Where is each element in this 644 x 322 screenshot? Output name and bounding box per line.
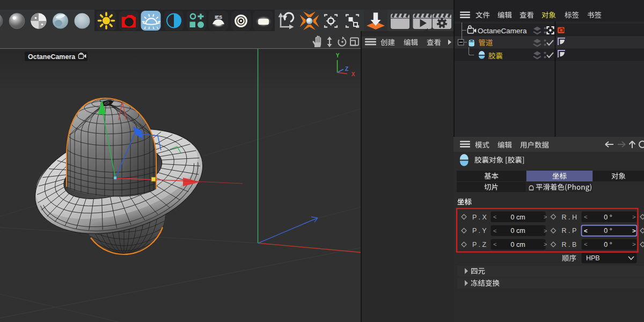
svg-text:P . Z: P . Z (472, 241, 487, 248)
svg-text:R . P: R . P (562, 227, 577, 235)
svg-text:<: < (493, 214, 496, 220)
svg-text:<: < (584, 241, 588, 247)
svg-text:X: X (352, 71, 355, 77)
svg-text:Z: Z (345, 66, 348, 72)
svg-text:<: < (584, 214, 588, 220)
svg-text:R . B: R . B (562, 241, 577, 248)
svg-text:<: < (493, 228, 496, 234)
svg-text:0 cm: 0 cm (510, 227, 525, 235)
svg-text:P . X: P . X (472, 214, 487, 221)
svg-text:>: > (544, 228, 547, 234)
svg-text:0 cm: 0 cm (510, 241, 525, 248)
svg-text:HPB: HPB (586, 254, 600, 262)
svg-text:>: > (632, 228, 636, 234)
svg-text:<: < (584, 228, 588, 234)
svg-text:>: > (544, 214, 547, 220)
svg-text:0 °: 0 ° (604, 214, 612, 221)
svg-text:0 °: 0 ° (604, 227, 612, 235)
svg-text:0 °: 0 ° (604, 241, 612, 248)
svg-text:Y: Y (336, 53, 340, 58)
svg-text:OctaneCamera: OctaneCamera (28, 53, 76, 61)
svg-text:>: > (632, 241, 636, 247)
svg-text:>: > (632, 214, 636, 220)
svg-text:>: > (544, 241, 547, 247)
svg-text:<: < (493, 241, 496, 247)
svg-text:P . Y: P . Y (472, 227, 487, 235)
svg-text:IES: IES (215, 14, 222, 20)
svg-text:OctaneCamera: OctaneCamera (478, 27, 527, 35)
svg-text:0 cm: 0 cm (510, 214, 525, 221)
svg-text:R . H: R . H (562, 214, 577, 221)
